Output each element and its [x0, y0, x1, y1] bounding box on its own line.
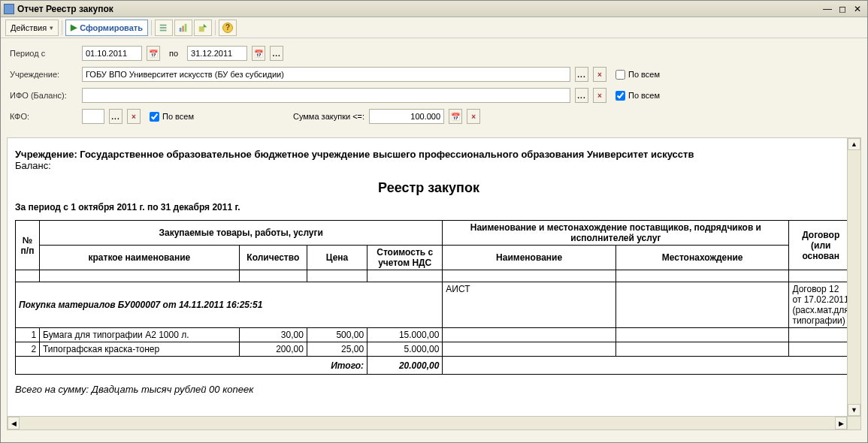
total-row: Итого: 20.000,00	[16, 357, 848, 375]
form-report-button[interactable]: ▶ Сформировать	[65, 20, 148, 36]
ifo-all-label: По всем	[628, 91, 660, 100]
th-cost: Стоимость с учетом НДС	[367, 246, 443, 270]
ifo-all-checkbox[interactable]: По всем	[615, 91, 660, 101]
cell-n: 2	[16, 342, 40, 357]
period-to-label: по	[165, 49, 183, 58]
org-all-checkbox[interactable]: По всем	[615, 70, 660, 80]
report-content: Учреждение: Государственное образователь…	[8, 138, 847, 416]
period-from-input[interactable]	[82, 46, 142, 61]
help-icon: ?	[222, 23, 233, 33]
scroll-left-icon[interactable]: ◀	[8, 417, 20, 429]
ifo-select-button[interactable]: ...	[575, 88, 588, 103]
maximize-button[interactable]: ◻	[836, 3, 849, 15]
settings-button[interactable]	[155, 20, 173, 36]
calendar-to-button[interactable]: 📅	[252, 46, 265, 61]
org-label: Учреждение:	[10, 70, 77, 79]
period-select-button[interactable]: ...	[270, 46, 283, 61]
svg-rect-2	[160, 29, 167, 31]
kfo-label: КФО:	[10, 112, 77, 121]
scroll-up-icon[interactable]: ▲	[848, 138, 860, 150]
org-input[interactable]	[82, 67, 570, 82]
cell-cost: 15.000,00	[367, 328, 443, 342]
play-icon: ▶	[71, 23, 77, 32]
svg-rect-0	[160, 24, 167, 26]
period-to-input[interactable]	[187, 46, 247, 61]
vertical-scrollbar[interactable]: ▲ ▼	[847, 138, 860, 416]
period-from-label: Период с	[10, 49, 77, 58]
total-label: Итого:	[16, 357, 367, 375]
chevron-down-icon: ▾	[50, 24, 53, 32]
form-label: Сформировать	[80, 23, 143, 32]
sum-calc-button[interactable]: 📅	[449, 109, 462, 124]
group-supplier: АИСТ	[443, 282, 616, 328]
list-icon	[159, 23, 169, 33]
th-npp: № п/п	[16, 221, 40, 270]
svg-rect-3	[180, 28, 182, 32]
export-button[interactable]	[194, 20, 212, 36]
kfo-clear-button[interactable]: ×	[127, 109, 141, 124]
period-text: За период с 1 октября 2011 г. по 31 дека…	[15, 202, 842, 212]
svg-rect-5	[185, 23, 187, 32]
separator	[62, 20, 62, 35]
svg-rect-1	[160, 27, 167, 29]
scroll-right-icon[interactable]: ▶	[835, 417, 847, 429]
chart-button[interactable]	[174, 20, 192, 36]
kfo-all-checkbox[interactable]: По всем	[150, 112, 194, 122]
scroll-corner	[847, 416, 860, 429]
table-row: 2 Типографская краска-тонер 200,00 25,00…	[16, 342, 848, 357]
balance-label: Баланс:	[15, 160, 842, 171]
titlebar: Отчет Реестр закупок — ◻ ✕	[1, 1, 867, 17]
sum-input[interactable]	[369, 109, 444, 124]
separator	[215, 20, 216, 35]
report-area: Учреждение: Государственное образователь…	[7, 137, 861, 430]
svg-rect-6	[199, 26, 204, 32]
report-window: Отчет Реестр закупок — ◻ ✕ Действия ▾ ▶ …	[0, 0, 868, 443]
cell-qty: 30,00	[239, 328, 307, 342]
table-row	[16, 270, 848, 282]
sum-clear-button[interactable]: ×	[467, 109, 480, 124]
report-title: Реестр закупок	[15, 180, 842, 196]
filter-panel: Период с 📅 по 📅 ... Учреждение: ... × По…	[1, 38, 867, 134]
close-button[interactable]: ✕	[851, 3, 864, 15]
ifo-label: ИФО (Баланс):	[10, 91, 77, 100]
group-contract: Договор 12 от 17.02.2011 (расх.мат.для т…	[789, 282, 847, 328]
ifo-clear-button[interactable]: ×	[593, 88, 606, 103]
cell-name: Типографская краска-тонер	[40, 342, 240, 357]
kfo-select-button[interactable]: ...	[109, 109, 122, 124]
scroll-down-icon[interactable]: ▼	[848, 404, 860, 416]
th-supname: Наименование	[443, 246, 616, 270]
kfo-input[interactable]	[82, 109, 104, 124]
cell-qty: 200,00	[239, 342, 307, 357]
actions-menu-button[interactable]: Действия ▾	[5, 20, 59, 36]
th-suploc: Местонахождение	[615, 246, 789, 270]
table-group-row: Покупка материалов БУ000007 от 14.11.201…	[16, 282, 848, 328]
table-row: 1 Бумага для типографии А2 1000 л. 30,00…	[16, 328, 848, 342]
th-goods: Закупаемые товары, работы, услуги	[40, 221, 443, 246]
org-prefix: Учреждение:	[15, 149, 80, 160]
cell-price: 25,00	[307, 342, 367, 357]
kfo-all-label: По всем	[162, 112, 194, 121]
org-all-label: По всем	[628, 70, 660, 79]
help-button[interactable]: ?	[219, 20, 237, 36]
cell-price: 500,00	[307, 328, 367, 342]
org-select-button[interactable]: ...	[575, 67, 588, 82]
total-value: 20.000,00	[367, 357, 443, 375]
minimize-button[interactable]: —	[821, 3, 834, 15]
horizontal-scrollbar[interactable]: ◀ ▶	[8, 416, 847, 429]
group-location	[615, 282, 789, 328]
sum-label: Сумма закупки <=:	[293, 112, 364, 121]
sum-in-words: Всего на сумму: Двадцать тысяч рублей 00…	[15, 384, 842, 395]
org-clear-button[interactable]: ×	[593, 67, 606, 82]
actions-label: Действия	[11, 23, 47, 32]
ifo-input[interactable]	[82, 88, 570, 103]
report-org-line: Учреждение: Государственное образователь…	[15, 149, 842, 160]
registry-table: № п/п Закупаемые товары, работы, услуги …	[15, 220, 847, 375]
export-icon	[198, 23, 208, 33]
group-label: Покупка материалов БУ000007 от 14.11.201…	[16, 282, 443, 328]
calendar-from-button[interactable]: 📅	[147, 46, 160, 61]
chart-icon	[178, 23, 189, 33]
cell-cost: 5.000,00	[367, 342, 443, 357]
toolbar: Действия ▾ ▶ Сформировать ?	[1, 17, 867, 38]
th-shortname: краткое наименование	[40, 246, 240, 270]
th-contract: Договор (или основан	[789, 221, 847, 270]
